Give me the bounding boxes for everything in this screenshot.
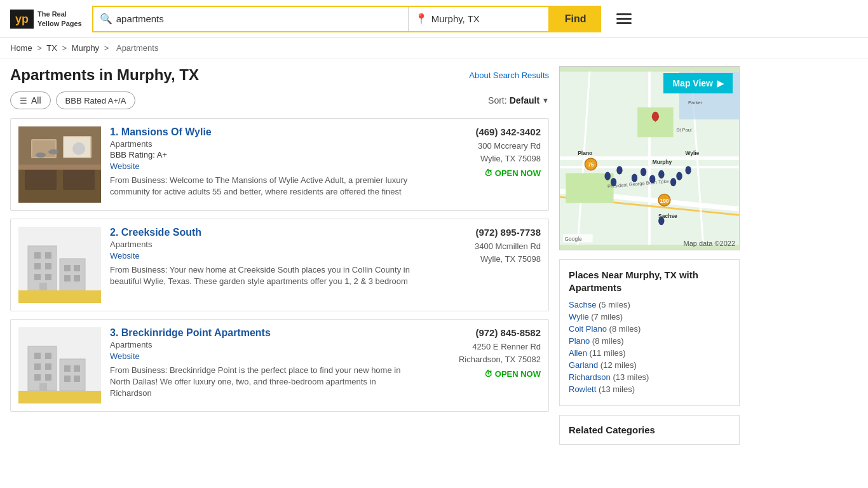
website-link-2[interactable]: Website xyxy=(110,251,140,261)
map-view-button[interactable]: Map View ▶ xyxy=(663,73,733,93)
find-button[interactable]: Find xyxy=(550,6,602,32)
breadcrumb-home[interactable]: Home xyxy=(10,43,32,53)
places-near-item: Rowlett (13 miles) xyxy=(569,384,730,394)
svg-rect-39 xyxy=(74,376,80,382)
search-where-input[interactable] xyxy=(431,13,542,24)
search-where-container: 📍 xyxy=(409,7,548,31)
clock-icon-3: ⏱ xyxy=(484,369,492,379)
svg-rect-31 xyxy=(45,353,51,359)
listing-desc-2: From Business: Your new home at Creeksid… xyxy=(110,264,417,287)
svg-rect-33 xyxy=(45,363,51,370)
hamburger-menu[interactable] xyxy=(614,11,634,27)
building-placeholder-svg-2 xyxy=(18,227,101,303)
listing-info-2: 2. Creekside South Apartments Website Fr… xyxy=(110,227,417,303)
svg-rect-2 xyxy=(25,168,57,190)
listing-right-2: (972) 895-7738 3400 Mcmillen Rd Wylie, T… xyxy=(426,227,541,303)
places-near-item: Plano (8 miles) xyxy=(569,336,730,346)
breadcrumb-city[interactable]: Murphy xyxy=(72,43,99,53)
places-near-link[interactable]: Allen xyxy=(569,348,587,358)
related-categories-title: Related Categories xyxy=(569,424,730,435)
right-panel: President George Bush Tpke Plano Murphy … xyxy=(559,58,750,452)
places-near-item: Sachse (5 miles) xyxy=(569,300,730,309)
filter-left: ☰ All BBB Rated A+/A xyxy=(10,92,135,109)
svg-text:Google: Google xyxy=(565,236,583,242)
listing-image-2 xyxy=(18,227,101,303)
places-near-link[interactable]: Wylie xyxy=(569,312,589,322)
svg-point-67 xyxy=(616,166,622,174)
svg-point-9 xyxy=(48,149,58,154)
listing-address-3: 4250 E Renner Rd Richardson, TX 75082 xyxy=(426,341,541,365)
listing-image-1 xyxy=(18,126,101,203)
svg-text:Murphy: Murphy xyxy=(653,159,672,165)
svg-rect-20 xyxy=(45,274,51,280)
listing-desc-3: From Business: Breckinridge Point is the… xyxy=(110,365,417,400)
svg-rect-35 xyxy=(45,374,51,381)
listing-desc-1: From Business: Welcome to The Mansions o… xyxy=(110,175,417,198)
places-near-link[interactable]: Garland xyxy=(569,360,598,370)
svg-rect-25 xyxy=(39,283,47,290)
places-near-link[interactable]: Richardson xyxy=(569,372,611,382)
places-near-item: Coit Plano (8 miles) xyxy=(569,324,730,334)
svg-point-71 xyxy=(658,170,664,179)
website-link-1[interactable]: Website xyxy=(110,161,140,171)
listing-phone-1[interactable]: (469) 342-3402 xyxy=(426,126,541,137)
hamburger-line-3 xyxy=(616,22,632,24)
places-near-link[interactable]: Plano xyxy=(569,336,590,346)
listing-title-3[interactable]: 3. Breckinridge Point Apartments xyxy=(110,327,271,338)
map-svg: President George Bush Tpke Plano Murphy … xyxy=(560,67,739,250)
about-search-results-link[interactable]: About Search Results xyxy=(469,71,549,80)
svg-rect-15 xyxy=(34,252,41,259)
listing-phone-2[interactable]: (972) 895-7738 xyxy=(426,227,541,238)
svg-rect-34 xyxy=(34,374,41,381)
places-near: Places Near Murphy, TX with Apartments S… xyxy=(559,259,740,406)
logo[interactable]: yp The Real Yellow Pages xyxy=(10,10,82,29)
all-filter-button[interactable]: ☰ All xyxy=(10,92,51,109)
svg-rect-18 xyxy=(45,263,51,269)
related-categories: Related Categories xyxy=(559,415,740,445)
filter-row: ☰ All BBB Rated A+/A Sort: Default ▼ xyxy=(10,92,549,109)
svg-point-74 xyxy=(685,166,691,174)
open-now-badge-1: ⏱ OPEN NOW xyxy=(426,168,541,178)
main-container: Apartments in Murphy, TX About Search Re… xyxy=(0,58,868,452)
svg-rect-16 xyxy=(45,252,51,259)
svg-text:Wylie: Wylie xyxy=(685,150,699,156)
listing-info-3: 3. Breckinridge Point Apartments Apartme… xyxy=(110,327,417,403)
sort-chevron-icon[interactable]: ▼ xyxy=(542,97,549,104)
svg-rect-24 xyxy=(74,275,80,281)
places-near-link[interactable]: Rowlett xyxy=(569,384,596,394)
listing-card: 1. Mansions Of Wylie Apartments BBB Rati… xyxy=(10,118,549,211)
listing-right-3: (972) 845-8582 4250 E Renner Rd Richards… xyxy=(426,327,541,403)
places-near-link[interactable]: Coit Plano xyxy=(569,324,607,334)
logo-subtitle: The Real Yellow Pages xyxy=(37,10,82,28)
svg-point-11 xyxy=(72,142,85,155)
svg-text:Plano: Plano xyxy=(578,150,592,156)
svg-rect-19 xyxy=(34,274,41,280)
svg-rect-37 xyxy=(74,365,80,372)
svg-rect-41 xyxy=(18,391,101,403)
svg-rect-22 xyxy=(74,265,80,271)
listing-right-1: (469) 342-3402 300 Mccreary Rd Wylie, TX… xyxy=(426,126,541,203)
svg-rect-38 xyxy=(64,376,71,382)
listing-title-2[interactable]: 2. Creekside South xyxy=(110,227,201,238)
breadcrumb-state[interactable]: TX xyxy=(46,43,57,53)
svg-rect-21 xyxy=(64,265,71,271)
svg-rect-36 xyxy=(64,365,71,372)
listing-title-1[interactable]: 1. Mansions Of Wylie xyxy=(110,126,212,137)
sort-value[interactable]: Default xyxy=(510,95,539,105)
listing-category-2: Apartments xyxy=(110,240,417,249)
open-now-badge-3: ⏱ OPEN NOW xyxy=(426,369,541,379)
svg-point-73 xyxy=(676,172,682,180)
svg-rect-4 xyxy=(18,165,101,170)
svg-point-76 xyxy=(611,178,616,186)
listing-card-2: 2. Creekside South Apartments Website Fr… xyxy=(10,219,549,311)
places-near-link[interactable]: Sachse xyxy=(569,300,596,309)
sort-label: Sort: xyxy=(488,95,507,105)
website-link-3[interactable]: Website xyxy=(110,351,140,361)
places-near-item: Richardson (13 miles) xyxy=(569,372,730,382)
bbb-filter-button[interactable]: BBB Rated A+/A xyxy=(56,92,136,109)
search-what-input[interactable] xyxy=(116,13,402,24)
listing-phone-3[interactable]: (972) 845-8582 xyxy=(426,327,541,338)
listing-address-2: 3400 Mcmillen Rd Wylie, TX 75098 xyxy=(426,240,541,265)
hamburger-line-1 xyxy=(616,13,632,15)
svg-point-75 xyxy=(605,172,611,180)
